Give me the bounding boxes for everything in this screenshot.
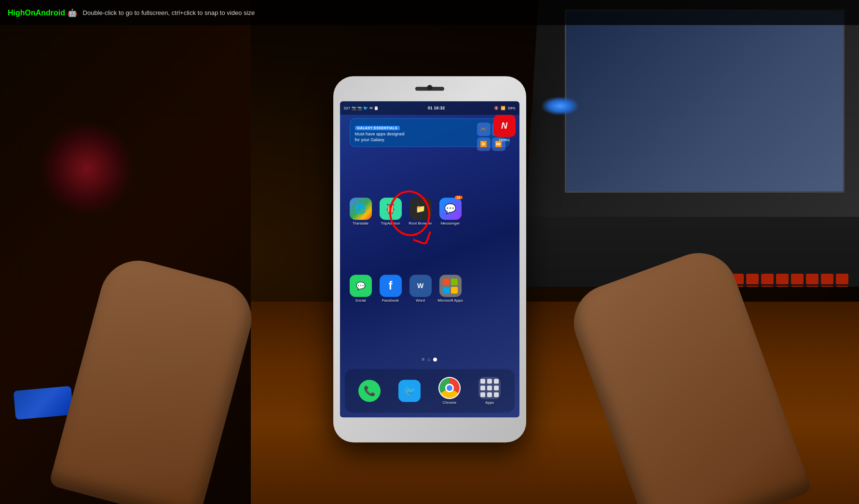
phone-body: 327 📷 📷 🐦 ✉ 📋 01 16:32 🔇 📶 39% GALAXY ES… xyxy=(333,76,526,442)
tripadvisor-label: TripAdvisor xyxy=(381,221,400,225)
apps-dot xyxy=(480,392,485,397)
apps-dot xyxy=(487,385,492,390)
apps-dot xyxy=(480,379,485,384)
msapps-icon[interactable] xyxy=(439,275,462,297)
dock-phone[interactable]: 📞 xyxy=(356,380,382,402)
apps-dot xyxy=(494,385,499,390)
chrome-label: Chrome xyxy=(443,400,456,405)
word-label: Word xyxy=(416,298,425,303)
volume-icon: 🔇 xyxy=(494,106,499,110)
apps-dot xyxy=(487,392,492,397)
rootbrowser-icon[interactable]: 📁 xyxy=(409,198,432,220)
phone-camera-icon xyxy=(427,85,433,91)
dock: 📞 🐦 Chrome xyxy=(345,369,515,412)
translate-label: Translate xyxy=(353,221,368,225)
chrome-outer xyxy=(439,378,460,398)
status-time: 01 16:32 xyxy=(428,106,445,110)
phone-screen: 327 📷 📷 🐦 ✉ 📋 01 16:32 🔇 📶 39% GALAXY ES… xyxy=(340,101,519,417)
apps-dot xyxy=(480,385,485,390)
ms-cell xyxy=(451,279,458,285)
ms-cell xyxy=(443,279,450,285)
apps-dot xyxy=(487,379,492,384)
app-tripadvisor[interactable]: 🦉 TripAdvisor xyxy=(378,198,404,225)
key xyxy=(791,274,804,284)
messenger-label: Messenger xyxy=(441,221,460,225)
social-icon[interactable]: 💬 xyxy=(350,275,372,297)
social-label: Social xyxy=(355,298,366,303)
app-social[interactable]: 💬 Social xyxy=(348,275,374,303)
messenger-badge: 11 xyxy=(455,196,463,199)
dock-chrome[interactable]: Chrome xyxy=(436,377,463,405)
blue-object xyxy=(14,386,74,420)
netflix-widget[interactable]: N Netflix xyxy=(493,115,516,142)
twitter-icon[interactable]: 🐦 xyxy=(398,380,421,402)
battery-indicator: 39% xyxy=(507,106,515,110)
signal-strength: 327 xyxy=(344,106,350,110)
galaxy-icon-3: ▶️ xyxy=(477,137,491,151)
netflix-icon[interactable]: N xyxy=(493,115,516,137)
translate-icon[interactable]: 🌐 xyxy=(350,198,372,220)
dock-twitter[interactable]: 🐦 xyxy=(396,380,423,402)
app-translate[interactable]: 🌐 Translate xyxy=(348,198,374,225)
app-messenger[interactable]: 💬 11 Messenger xyxy=(437,198,464,225)
ms-cell xyxy=(443,287,450,293)
key xyxy=(836,274,848,284)
key xyxy=(776,274,789,284)
ms-grid xyxy=(439,275,462,297)
msapps-label: Microsoft Apps xyxy=(437,298,463,303)
key xyxy=(746,274,759,284)
key xyxy=(821,274,833,284)
highlight-tail xyxy=(412,227,431,245)
key xyxy=(806,274,818,284)
messenger-icon[interactable]: 💬 xyxy=(439,198,462,220)
chrome-inner xyxy=(445,384,454,392)
word-icon[interactable]: W xyxy=(409,275,432,297)
app-root-browser[interactable]: 📁 Root Browser xyxy=(408,198,434,225)
dock-apps[interactable]: Apps xyxy=(477,377,503,405)
tooltip-bar: HighOnAndroid 🤖 Double-click to go to fu… xyxy=(0,0,859,25)
status-right: 🔇 📶 39% xyxy=(494,106,515,110)
phone-container: 327 📷 📷 🐦 ✉ 📋 01 16:32 🔇 📶 39% GALAXY ES… xyxy=(333,76,526,442)
galaxy-icon-1: 🎮 xyxy=(477,122,491,136)
app-row-1: 🌐 Translate 🦉 TripAdvisor 📁 Root Browser… xyxy=(348,198,464,225)
wifi-icon: 📶 xyxy=(501,106,505,110)
tripadvisor-icon[interactable]: 🦉 xyxy=(380,198,402,220)
status-left: 327 📷 📷 🐦 ✉ 📋 xyxy=(344,106,379,110)
key xyxy=(761,274,774,284)
page-dots: ≡ ⌂ xyxy=(422,357,437,362)
galaxy-widget: GALAXY ESSENTIALS Must-have apps designe… xyxy=(350,118,510,147)
tooltip-text: Double-click to go to fullscreen, ctrl+c… xyxy=(83,9,255,16)
facebook-label: Facebook xyxy=(382,298,399,303)
page-dot-active xyxy=(433,358,437,361)
laptop-blue-light xyxy=(541,96,579,116)
dot-home-icon: ⌂ xyxy=(427,357,430,362)
app-facebook[interactable]: f Facebook xyxy=(378,275,404,303)
galaxy-tag: GALAXY ESSENTIALS xyxy=(355,126,400,130)
status-icons: 📷 📷 🐦 ✉ 📋 xyxy=(352,106,379,110)
apps-dot xyxy=(494,392,499,397)
site-logo: HighOnAndroid 🤖 xyxy=(8,8,77,17)
apps-dot xyxy=(494,379,499,384)
netflix-label: Netflix xyxy=(499,138,509,142)
app-word[interactable]: W Word xyxy=(408,275,434,303)
laptop-screen xyxy=(565,10,845,193)
left-glow xyxy=(39,120,135,217)
apps-grid xyxy=(477,376,502,400)
status-bar: 327 📷 📷 🐦 ✉ 📋 01 16:32 🔇 📶 39% xyxy=(340,101,519,115)
netflix-icon-text: N xyxy=(501,121,507,131)
dot-menu-icon: ≡ xyxy=(422,357,425,362)
ms-cell xyxy=(451,287,458,293)
app-row-2: 💬 Social f Facebook W Word xyxy=(348,275,464,303)
app-microsoft-apps[interactable]: Microsoft Apps xyxy=(437,275,464,303)
phone-app-icon[interactable]: 📞 xyxy=(358,380,381,402)
apps-icon[interactable] xyxy=(478,377,501,399)
rootbrowser-label: Root Browser xyxy=(409,221,432,225)
chrome-icon[interactable] xyxy=(438,377,461,399)
apps-label: Apps xyxy=(485,400,494,405)
facebook-icon[interactable]: f xyxy=(380,275,402,297)
